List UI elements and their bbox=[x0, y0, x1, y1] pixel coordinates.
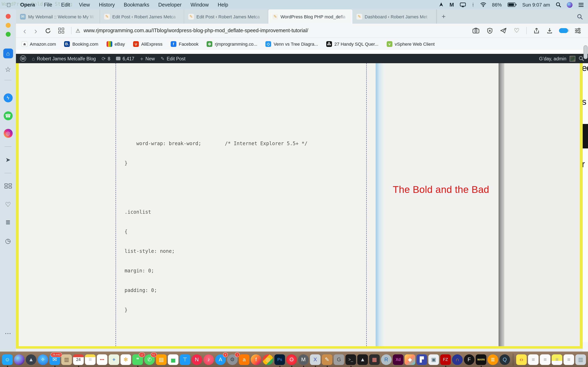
instagram-icon[interactable]: ◎ bbox=[0, 128, 16, 139]
dock-facetime[interactable]: ✆51 bbox=[144, 354, 155, 365]
dock-finder[interactable]: ☺ bbox=[2, 354, 13, 365]
dock-opera[interactable]: O bbox=[286, 354, 297, 365]
tab-dashboard[interactable]: ✎Dashboard ‹ Robert James Met bbox=[352, 9, 437, 24]
bookmark-venn-tree[interactable]: ◇Venn vs Tree Diagra... bbox=[265, 41, 318, 47]
airplay-display-icon[interactable] bbox=[459, 2, 466, 7]
dock-xquartz[interactable]: X bbox=[310, 354, 320, 365]
downloads-icon[interactable] bbox=[544, 27, 555, 34]
tab-search-area[interactable] bbox=[572, 9, 588, 24]
wp-comments[interactable]: 6,417 bbox=[116, 56, 134, 61]
dock-document-window-3[interactable]: ≡ bbox=[552, 354, 562, 365]
dock-paint-tool[interactable]: ✎ bbox=[322, 354, 332, 365]
my-flow-send-icon[interactable] bbox=[497, 28, 509, 33]
dock-notes[interactable]: ≡ bbox=[85, 354, 95, 365]
site-security-warning-icon[interactable]: ⚠ bbox=[76, 27, 80, 34]
whatsapp-icon[interactable]: ☎ bbox=[0, 110, 16, 121]
dock-avast[interactable]: a bbox=[239, 354, 250, 365]
back-button[interactable]: ‹ bbox=[20, 26, 29, 35]
dock-trash[interactable]: ▥ bbox=[575, 354, 586, 365]
dock-warning-note[interactable]: WARN bbox=[476, 354, 486, 365]
dock-terminal[interactable]: >_ bbox=[346, 354, 356, 365]
tab-edit-post-2[interactable]: ✎Edit Post ‹ Robert James Metca bbox=[184, 9, 268, 24]
reload-button[interactable] bbox=[42, 27, 54, 34]
bookmarks-star-icon[interactable]: ☆ bbox=[0, 64, 16, 75]
apple-menu-icon[interactable]:  bbox=[7, 1, 11, 8]
dock-audacity[interactable]: ∩ bbox=[452, 354, 463, 365]
address-bar[interactable]: ⚠ www.rjmprogramming.com.au/ITblog/wordp… bbox=[76, 27, 468, 34]
dock-news[interactable]: N bbox=[191, 354, 202, 365]
menu-item-history[interactable]: History bbox=[99, 2, 115, 8]
menu-item-edit[interactable]: Edit bbox=[61, 2, 70, 8]
dock-filezilla[interactable]: FZ bbox=[440, 354, 451, 365]
dock-quicktime[interactable]: Q bbox=[499, 354, 510, 365]
dock-photoshop[interactable]: Ps bbox=[274, 354, 285, 365]
speed-dials-grid-icon[interactable] bbox=[0, 181, 16, 191]
dock-maya[interactable]: M bbox=[298, 354, 309, 365]
dock-calendar[interactable]: 24 bbox=[73, 354, 84, 365]
easy-setup-sliders-icon[interactable] bbox=[572, 28, 584, 33]
menu-item-developer[interactable]: Developer bbox=[158, 2, 182, 8]
saved-heart-icon[interactable]: ♡ bbox=[0, 199, 16, 210]
dock-screenshot-app[interactable]: ▣ bbox=[428, 354, 439, 365]
dock-reminders[interactable]: ••• bbox=[97, 354, 107, 365]
bookmark-ebay[interactable]: eBay bbox=[107, 41, 125, 47]
dock-photos[interactable]: ✻ bbox=[121, 354, 131, 365]
dock-music[interactable]: ♪ bbox=[203, 354, 214, 365]
adblock-shield-icon[interactable] bbox=[484, 27, 495, 34]
dock-siri[interactable] bbox=[14, 354, 25, 365]
wp-greeting[interactable]: G’day, admin bbox=[539, 56, 566, 61]
siri-icon[interactable] bbox=[567, 2, 572, 8]
dock-document-window-2[interactable]: ≡ bbox=[540, 354, 550, 365]
speed-dial-home[interactable]: ⌂ bbox=[0, 48, 16, 59]
malwarebytes-menu-icon[interactable]: M bbox=[450, 2, 454, 8]
bookmark-aliexpress[interactable]: ∪AliExpress bbox=[133, 41, 163, 47]
dock-chrome[interactable]: ◎ bbox=[263, 354, 273, 365]
bluetooth-icon[interactable]: ᛂ bbox=[471, 2, 474, 8]
speed-dial-grid-button[interactable] bbox=[56, 28, 67, 33]
menu-item-help[interactable]: Help bbox=[218, 2, 228, 8]
dock-mail[interactable]: ✉29,443 bbox=[49, 354, 60, 365]
sidebar-more-dots[interactable]: ⋯ bbox=[0, 328, 16, 338]
bookmark-booking[interactable]: B.Booking.com bbox=[64, 41, 98, 47]
dock-gimp[interactable]: G bbox=[334, 354, 344, 365]
dock-photo-collage[interactable]: ▦ bbox=[369, 354, 380, 365]
personal-news-icon[interactable]: ≣ bbox=[0, 217, 16, 227]
dock-contacts[interactable]: ▥ bbox=[61, 354, 72, 365]
bookmark-rjmprogramming[interactable]: ⊕rjmprogramming.co... bbox=[207, 41, 257, 47]
dock-document-window-1[interactable]: ≡ bbox=[528, 354, 539, 365]
dock-adobe-xd[interactable]: Xd bbox=[393, 354, 403, 365]
dock-numbers[interactable]: ▅ bbox=[168, 354, 178, 365]
wp-site-menu[interactable]: ⌂Robert James Metcalfe Blog bbox=[32, 56, 96, 61]
tab-webmail[interactable]: ✉My Webmail :: Welcome to My W bbox=[16, 9, 100, 24]
dock-pages[interactable]: ▤ bbox=[156, 354, 167, 365]
page-scrollbar-thumb[interactable] bbox=[584, 45, 588, 59]
bookmark-amazon[interactable]: aAmazon.com bbox=[22, 41, 56, 47]
url-text[interactable]: www.rjmprogramming.com.au/ITblog/wordpre… bbox=[84, 28, 308, 33]
bookmark-facebook[interactable]: fFacebook bbox=[171, 41, 199, 47]
notification-center-icon[interactable] bbox=[578, 2, 584, 7]
dock-rstudio[interactable]: R bbox=[381, 354, 392, 365]
wp-new-button[interactable]: +New bbox=[140, 55, 155, 62]
dock-firefox[interactable]: f bbox=[251, 354, 261, 365]
wp-search-icon[interactable] bbox=[579, 56, 584, 61]
wordpress-logo[interactable]: W bbox=[20, 55, 26, 62]
dock-launchpad[interactable]: ▲ bbox=[26, 354, 36, 365]
dock-maps[interactable]: ⌖ bbox=[109, 354, 119, 365]
menu-item-file[interactable]: File bbox=[44, 2, 52, 8]
dock-messages[interactable]: ❝12 bbox=[132, 354, 143, 365]
dock-flutter-app[interactable]: ▛ bbox=[416, 354, 427, 365]
dock-system-preferences[interactable]: ⚙1 bbox=[227, 354, 238, 365]
dock-sketch[interactable]: ◆ bbox=[405, 354, 415, 365]
dock-keynote[interactable]: ⊤ bbox=[180, 354, 190, 365]
wifi-icon[interactable] bbox=[480, 2, 486, 7]
menu-item-view[interactable]: View bbox=[79, 2, 90, 8]
avast-menu-icon[interactable] bbox=[439, 2, 444, 7]
history-clock-icon[interactable]: ◷ bbox=[0, 235, 16, 246]
dock-f-app[interactable]: F bbox=[464, 354, 475, 365]
wp-edit-post-button[interactable]: ✎Edit Post bbox=[160, 56, 185, 61]
messenger-icon[interactable]: ϟ bbox=[0, 92, 16, 103]
traffic-light-zoom[interactable] bbox=[0, 29, 16, 40]
dock-inkscape[interactable]: ▲ bbox=[357, 354, 368, 365]
dock-document-window-4[interactable]: ≡ bbox=[563, 354, 574, 365]
dock-html-folder[interactable]: ‹› bbox=[516, 354, 527, 365]
